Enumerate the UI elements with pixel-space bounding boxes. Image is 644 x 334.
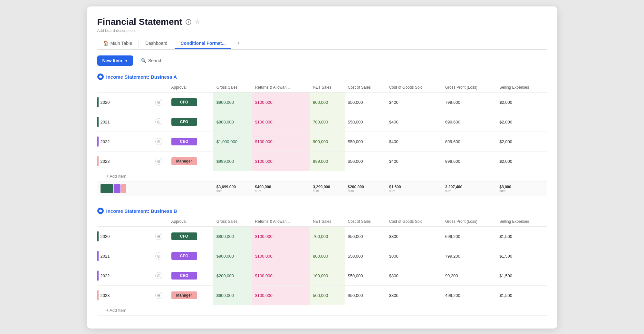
returns-cell: $100,000 [252,227,310,246]
table-header-a: Approval Gross Sales Returns & Allowan..… [97,83,547,93]
section-title-b: Income Statement: Business B [106,208,177,214]
row-add-icon[interactable]: ⊕ [155,138,162,145]
row-add-icon[interactable]: ⊕ [155,99,162,106]
approval-cell[interactable]: CEO [168,246,213,266]
approval-cell[interactable]: Manager [168,286,213,305]
svg-point-1 [99,210,102,212]
table-row: 2020 ⊕ CFO $800,000 $100,000 700,000 $50… [97,227,547,246]
tab-conditional-format[interactable]: Conditional Format... [175,38,231,49]
gross-sales-cell: $1,000,000 [213,132,252,152]
gross-profit-cell: 899,600 [442,132,496,152]
section-toggle-a[interactable] [97,74,104,80]
col-header-gross-profit-b: Gross Profit (Loss) [442,217,496,227]
selling-exp-cell: $1,500 [496,286,547,305]
col-header-gross-sales-b: Gross Sales [213,217,252,227]
add-item-row[interactable]: + Add Item [97,171,547,182]
returns-cell: $100,000 [252,132,310,152]
gross-sales-cell: $999,000 [213,152,252,171]
table-row: 2023 ⊕ Manager $999,000 $100,000 899,000… [97,152,547,171]
page-title: Financial Statement [97,17,183,27]
gross-profit-cell: 799,200 [442,246,496,266]
selling-exp-cell: $2,000 [496,152,547,171]
row-year: 2023 [101,293,153,298]
summary-gross-sales: $3,699,000sum [213,182,252,196]
tab-dashboard[interactable]: Dashboard [139,38,173,49]
col-header-returns-b: Returns & Allowan... [252,217,310,227]
tab-add-button[interactable]: + [233,37,244,49]
row-year: 2023 [101,159,153,164]
cost-sales-cell: $50,000 [345,246,386,266]
section-toggle-b[interactable] [97,208,104,214]
summary-bars [101,184,165,193]
tab-divider-1 [139,40,139,47]
summary-returns: $400,000sum [252,182,310,196]
section-header-b: Income Statement: Business B [97,208,547,214]
col-header-net-sales-a: NET Sales [310,83,344,93]
add-item-row[interactable]: + Add Item [97,305,547,316]
info-icon[interactable]: i [186,19,191,25]
selling-exp-cell: $1,500 [496,266,547,286]
search-button[interactable]: 🔍 Search [137,55,166,66]
net-sales-cell: 800,000 [310,93,344,112]
cost-sales-cell: $50,000 [345,266,386,286]
net-sales-cell: 700,000 [310,227,344,246]
home-icon: 🏠 [103,41,109,46]
app-container: Financial Statement i ☆ Add board descri… [87,6,557,329]
row-add-icon[interactable]: ⊕ [155,158,162,165]
cogs-cell: $400 [386,152,442,171]
row-year: 2020 [101,100,153,105]
selling-exp-cell: $1,500 [496,246,547,266]
approval-cell[interactable]: CFO [168,112,213,132]
summary-bar-cell [97,182,168,196]
gross-sales-cell: $600,000 [213,286,252,305]
returns-cell: $100,000 [252,266,310,286]
row-add-icon[interactable]: ⊕ [155,252,162,260]
row-add-icon[interactable]: ⊕ [155,292,162,299]
col-header-cost-sales-a: Cost of Sales [345,83,386,93]
cost-sales-cell: $50,000 [345,152,386,171]
summary-row: $3,699,000sum $400,000sum 3,299,000sum $… [97,182,547,196]
summary-selling-exp: $8,000sum [496,182,547,196]
net-sales-cell: 100,000 [310,266,344,286]
gross-sales-cell: $800,000 [213,112,252,132]
approval-badge: Manager [171,157,197,165]
cost-sales-cell: $50,000 [345,132,386,152]
row-add-icon[interactable]: ⊕ [155,118,162,125]
tab-main-table[interactable]: 🏠 Main Table [97,38,138,49]
selling-exp-cell: $2,000 [496,132,547,152]
col-header-approval-b: Approval [168,217,213,227]
new-item-button[interactable]: New Item ▼ [97,55,133,66]
row-add-icon[interactable]: ⊕ [155,272,162,279]
approval-cell[interactable]: CEO [168,266,213,286]
row-label-cell: 2023 ⊕ [97,152,168,171]
approval-cell[interactable]: CFO [168,227,213,246]
add-item-label[interactable]: + Add Item [97,171,547,182]
col-header-approval-a: Approval [168,83,213,93]
approval-cell[interactable]: CFO [168,93,213,112]
gross-sales-cell: $900,000 [213,93,252,112]
gross-profit-cell: 799,600 [442,93,496,112]
selling-exp-cell: $1,500 [496,227,547,246]
col-header-cost-sales-b: Cost of Sales [345,217,386,227]
net-sales-cell: 500,000 [310,286,344,305]
approval-cell[interactable]: Manager [168,152,213,171]
row-label-cell: 2023 ⊕ [97,286,168,305]
approval-badge: Manager [171,291,197,299]
star-icon[interactable]: ☆ [195,18,200,25]
tab-divider-2 [174,40,174,47]
summary-cogs: $1,600sum [386,182,442,196]
tab-bar: 🏠 Main Table Dashboard Conditional Forma… [97,37,547,50]
col-header-returns-a: Returns & Allowan... [252,83,310,93]
approval-badge: CFO [171,232,197,240]
col-header-row-label-b [97,217,168,227]
col-header-net-sales-b: NET Sales [310,217,344,227]
cogs-cell: $800 [386,227,442,246]
section-gap-1 [97,199,547,205]
board-description[interactable]: Add board description [97,28,547,33]
row-add-icon[interactable]: ⊕ [155,233,162,240]
cost-sales-cell: $50,000 [345,93,386,112]
approval-cell[interactable]: CEO [168,132,213,152]
add-item-label[interactable]: + Add Item [97,305,547,316]
col-header-cogs-b: Cost of Goods Sold [386,217,442,227]
section-header-a: Income Statement: Business A [97,74,547,80]
